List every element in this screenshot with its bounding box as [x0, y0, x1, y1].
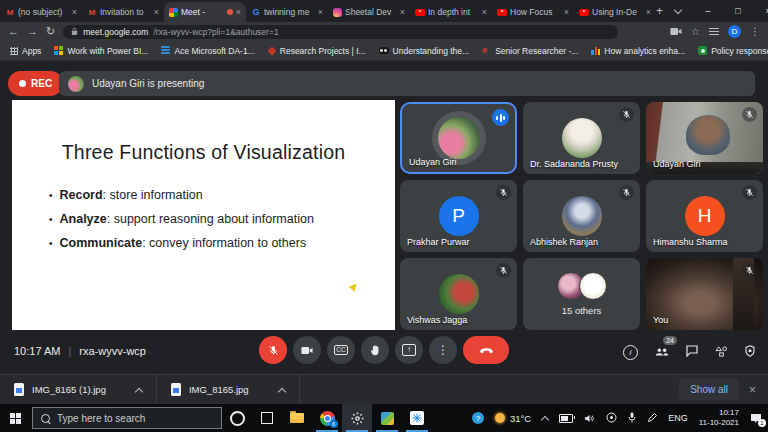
- analytics-icon: [591, 46, 600, 55]
- raise-hand-button[interactable]: [361, 336, 389, 364]
- present-screen-button[interactable]: ↑: [395, 336, 423, 364]
- show-all-downloads-button[interactable]: Show all: [679, 379, 739, 400]
- chrome-taskbar-button[interactable]: 6: [312, 404, 342, 432]
- battery-icon[interactable]: [559, 414, 573, 423]
- camera-permission-icon[interactable]: [670, 27, 682, 36]
- participant-tile-udayan-giri-camera[interactable]: Udayan Giri: [646, 102, 763, 174]
- volume-icon[interactable]: [584, 409, 595, 427]
- bookmark-policy-responses[interactable]: Policy responses for...: [698, 46, 768, 56]
- help-icon[interactable]: ?: [472, 412, 484, 424]
- mic-toggle-button[interactable]: [259, 336, 287, 364]
- more-options-button[interactable]: ⋮: [429, 336, 457, 364]
- participants-button[interactable]: 24: [655, 343, 669, 361]
- photos-taskbar-button[interactable]: [372, 404, 402, 432]
- close-tab-icon[interactable]: ×: [564, 7, 569, 17]
- close-tab-icon[interactable]: ×: [400, 7, 405, 17]
- file-explorer-button[interactable]: [282, 404, 312, 432]
- download-shelf: IMG_8165 (1).jpg IMG_8165.jpg Show all ×: [0, 374, 768, 404]
- profile-avatar[interactable]: D: [728, 25, 741, 38]
- cortana-button[interactable]: [222, 404, 252, 432]
- reading-list-icon[interactable]: [709, 28, 719, 36]
- bookmark-how-analytics[interactable]: How analytics enha...: [591, 46, 685, 56]
- tab-meet-active[interactable]: Meet - ×: [164, 2, 246, 22]
- close-tab-icon[interactable]: ×: [482, 7, 487, 17]
- participant-tile-vishwas-jagga[interactable]: Vishwas Jagga: [400, 258, 517, 330]
- bookmark-ace-microsoft[interactable]: Ace Microsoft DA-1...: [161, 46, 254, 56]
- e-site-icon: e: [482, 46, 491, 55]
- minimize-button[interactable]: –: [693, 0, 723, 22]
- camera-toggle-button[interactable]: [293, 336, 321, 364]
- research-icon: [267, 46, 276, 55]
- tab-sheetal[interactable]: Sheetal Dev ×: [328, 2, 410, 22]
- tray-app-icon[interactable]: [606, 409, 617, 427]
- activities-button[interactable]: [715, 343, 728, 361]
- participant-tile-abhishek-ranjan[interactable]: Abhishek Ranjan: [523, 180, 640, 252]
- avatar: [439, 274, 479, 314]
- participant-tile-prakhar-purwar[interactable]: P Prakhar Purwar: [400, 180, 517, 252]
- address-bar[interactable]: meet.google.com/rxa-wyvv-wcp?pli=1&authu…: [63, 25, 618, 39]
- download-item-1[interactable]: IMG_8165 (1).jpg: [0, 375, 156, 404]
- meeting-details[interactable]: 10:17 AM | rxa-wyvv-wcp: [14, 345, 146, 357]
- slide-bullet: •Analyze: support reasoning about inform…: [49, 212, 395, 226]
- close-window-button[interactable]: ×: [753, 0, 768, 22]
- bookmark-apps[interactable]: Apps: [10, 46, 41, 56]
- folder-icon: [290, 413, 304, 423]
- language-indicator[interactable]: ENG: [668, 413, 688, 423]
- letter-avatar: H: [685, 196, 725, 236]
- browser-toolbar: ← → ↻ meet.google.com/rxa-wyvv-wcp?pli=1…: [0, 22, 768, 41]
- taskbar-search-input[interactable]: Type here to search: [32, 407, 222, 429]
- close-tab-icon[interactable]: ×: [154, 7, 159, 17]
- chrome-icon: 6: [320, 411, 335, 426]
- tab-search-chevron-icon[interactable]: [663, 0, 693, 22]
- meet-icon: [169, 8, 178, 17]
- bookmark-star-icon[interactable]: ☆: [691, 26, 700, 37]
- tab-how-focus[interactable]: How Focus ×: [492, 2, 574, 22]
- host-controls-button[interactable]: [745, 343, 755, 361]
- tab-label: Sheetal Dev: [345, 7, 397, 17]
- new-tab-button[interactable]: +: [656, 4, 663, 18]
- hidden-icons-chevron[interactable]: [542, 409, 548, 427]
- action-center-button[interactable]: 1: [750, 413, 762, 424]
- bookmark-power-bi[interactable]: Work with Power BI...: [54, 46, 148, 56]
- windows-ink-pen-icon[interactable]: [647, 409, 657, 427]
- close-tab-icon[interactable]: ×: [646, 7, 651, 17]
- task-view-button[interactable]: [252, 404, 282, 432]
- tab-using-in-d[interactable]: Using In-De ×: [574, 2, 656, 22]
- microphone-in-use-icon[interactable]: [628, 409, 636, 427]
- participant-tile-you[interactable]: You: [646, 258, 763, 330]
- tab-no-subject[interactable]: M (no subject) ×: [0, 2, 82, 22]
- forward-button[interactable]: →: [27, 26, 38, 37]
- download-menu-chevron-icon[interactable]: [136, 381, 142, 399]
- participant-tile-others[interactable]: 15 others: [523, 258, 640, 330]
- weather-widget[interactable]: 31°C: [495, 413, 531, 424]
- maximize-button[interactable]: □: [723, 0, 753, 22]
- close-tab-icon[interactable]: ×: [72, 7, 77, 17]
- tab-invitation[interactable]: M Invitation to ×: [82, 2, 164, 22]
- download-item-2[interactable]: IMG_8165.jpg: [157, 375, 299, 404]
- close-tab-icon[interactable]: ×: [318, 7, 323, 17]
- back-button[interactable]: ←: [8, 26, 19, 37]
- browser-menu-icon[interactable]: ⋮: [750, 26, 760, 37]
- participant-tile-sadananda-prusty[interactable]: Dr. Sadananda Prusty: [523, 102, 640, 174]
- bookmark-research-projects[interactable]: Research Projects | I...: [268, 46, 366, 56]
- start-button[interactable]: [0, 404, 30, 432]
- download-menu-chevron-icon[interactable]: [279, 381, 285, 399]
- leave-call-button[interactable]: [463, 336, 509, 364]
- tab-label: (no subject): [18, 7, 69, 17]
- reload-button[interactable]: ↻: [46, 26, 55, 37]
- tab-in-depth[interactable]: In depth int ×: [410, 2, 492, 22]
- meet-control-bar: 10:17 AM | rxa-wyvv-wcp CC ↑ ⋮ i 24: [0, 332, 768, 374]
- close-shelf-icon[interactable]: ×: [749, 383, 756, 397]
- participant-tile-udayan-giri[interactable]: Udayan Giri: [400, 102, 517, 174]
- taskbar-clock[interactable]: 10:17 11-10-2021: [699, 408, 739, 428]
- bookmark-senior-researcher[interactable]: eSenior Researcher -...: [482, 46, 578, 56]
- tab-twinning[interactable]: G twinning me ×: [246, 2, 328, 22]
- participant-tile-himanshu-sharma[interactable]: H Himanshu Sharma: [646, 180, 763, 252]
- bookmark-understanding[interactable]: Understanding the...: [379, 46, 470, 56]
- close-tab-icon[interactable]: ×: [236, 7, 241, 17]
- meeting-info-button[interactable]: i: [623, 345, 638, 360]
- chat-button[interactable]: [686, 343, 698, 361]
- captions-button[interactable]: CC: [327, 336, 355, 364]
- settings-taskbar-button[interactable]: [342, 404, 372, 432]
- snip-app-taskbar-button[interactable]: [402, 404, 432, 432]
